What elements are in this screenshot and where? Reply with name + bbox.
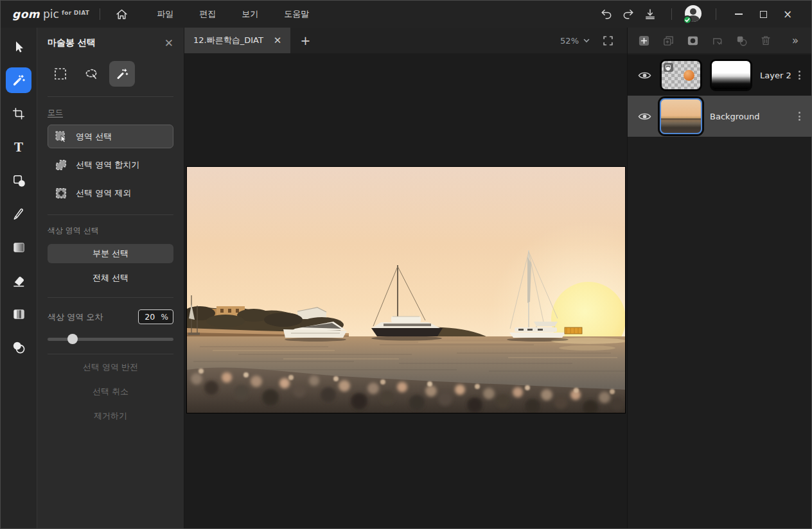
tool-rail: T bbox=[1, 28, 37, 528]
layer-menu-button[interactable] bbox=[792, 67, 806, 83]
menu-view[interactable]: 보기 bbox=[233, 4, 267, 24]
layer-mask-icon bbox=[687, 35, 699, 47]
redo-button[interactable] bbox=[617, 4, 639, 24]
tab-close-icon[interactable]: ✕ bbox=[274, 36, 282, 46]
subtract-selection-icon bbox=[54, 186, 68, 200]
mode-add-selection[interactable]: 선택 영역 합치기 bbox=[48, 153, 173, 177]
duplicate-layer-button[interactable] bbox=[660, 33, 676, 48]
crop-tool-button[interactable] bbox=[6, 101, 31, 126]
partial-select-button[interactable]: 부분 선택 bbox=[48, 244, 173, 263]
app-logo: gom pic for DIAT bbox=[12, 8, 89, 21]
sunset-photo bbox=[187, 167, 625, 413]
tolerance-value: 20 bbox=[139, 312, 161, 322]
deselect-button[interactable]: 선택 취소 bbox=[48, 380, 173, 403]
slider-track bbox=[48, 338, 173, 341]
titlebar: gom pic for DIAT 파일 편집 보기 도움말 bbox=[1, 1, 811, 28]
home-icon bbox=[115, 8, 128, 21]
download-icon bbox=[644, 8, 657, 21]
tolerance-slider[interactable] bbox=[48, 334, 173, 344]
undo-button[interactable] bbox=[596, 4, 617, 24]
new-tab-button[interactable]: + bbox=[294, 30, 316, 51]
layer-row-layer2[interactable]: Layer 2 bbox=[628, 55, 811, 96]
layer-visibility-toggle[interactable] bbox=[637, 67, 652, 83]
maximize-button[interactable] bbox=[751, 4, 775, 24]
login-status-icon bbox=[683, 15, 692, 24]
lasso-select-button[interactable] bbox=[78, 61, 104, 87]
document-tab[interactable]: 12.빠른학습_DIAT ✕ bbox=[184, 28, 290, 53]
mode-area-select[interactable]: 영역 선택 bbox=[48, 125, 173, 148]
selection-tool-group bbox=[48, 61, 173, 87]
transform-layer-icon bbox=[711, 35, 723, 47]
mode-list: 영역 선택 선택 영역 합치기 선택 영역 제외 bbox=[48, 125, 173, 205]
menu-help[interactable]: 도움말 bbox=[275, 4, 318, 24]
brush-tool-button[interactable] bbox=[6, 201, 31, 227]
layer-row-background[interactable]: Background bbox=[628, 96, 811, 137]
text-tool-icon: T bbox=[14, 139, 23, 155]
layer-mask-button[interactable] bbox=[685, 33, 700, 48]
transform-layer-button[interactable] bbox=[709, 33, 725, 48]
collapse-panel-button[interactable]: » bbox=[788, 33, 803, 48]
text-tool-button[interactable]: T bbox=[6, 134, 31, 160]
canvas-image[interactable] bbox=[187, 167, 625, 413]
tolerance-input[interactable]: 20 % bbox=[138, 309, 173, 324]
account-button[interactable] bbox=[685, 5, 703, 23]
save-export-button[interactable] bbox=[639, 4, 661, 24]
marquee-select-button[interactable] bbox=[48, 61, 73, 87]
minimize-button[interactable] bbox=[727, 4, 751, 24]
eraser-icon bbox=[12, 273, 26, 288]
zoom-dropdown[interactable]: 52% bbox=[560, 36, 590, 46]
shape-icon bbox=[12, 173, 26, 188]
divider bbox=[48, 96, 173, 97]
titlebar-divider bbox=[671, 8, 672, 20]
panel-close-icon[interactable]: ✕ bbox=[164, 38, 173, 49]
select-tool-button[interactable] bbox=[6, 34, 31, 60]
remove-button[interactable]: 제거하기 bbox=[48, 404, 173, 428]
layer-thumbnail[interactable] bbox=[660, 59, 702, 91]
color-area-section-label: 색상 영역 선택 bbox=[48, 225, 99, 236]
add-selection-icon bbox=[54, 158, 68, 172]
divider bbox=[48, 297, 173, 298]
layer-visibility-toggle[interactable] bbox=[637, 108, 652, 124]
fit-screen-button[interactable] bbox=[600, 33, 615, 48]
gradient-icon bbox=[12, 240, 26, 255]
layer-menu-button[interactable] bbox=[792, 108, 806, 125]
shape-tool-button[interactable] bbox=[6, 168, 31, 193]
duplicate-layer-icon bbox=[662, 35, 675, 47]
tolerance-unit: % bbox=[161, 313, 173, 322]
menu-file[interactable]: 파일 bbox=[148, 4, 182, 24]
home-button[interactable] bbox=[110, 4, 132, 24]
divider bbox=[48, 214, 173, 215]
merge-layer-button[interactable] bbox=[734, 33, 749, 48]
mode-subtract-selection[interactable]: 선택 영역 제외 bbox=[48, 181, 173, 205]
mode-label: 선택 영역 합치기 bbox=[76, 159, 139, 171]
shape-layer-badge-icon bbox=[664, 63, 673, 72]
app-body: T bbox=[1, 28, 811, 528]
color-blend-tool-button[interactable] bbox=[6, 334, 31, 360]
logo-suffix: for DIAT bbox=[62, 10, 89, 16]
tabbar: 12.빠른학습_DIAT ✕ + 52% bbox=[184, 28, 627, 53]
redo-icon bbox=[622, 8, 635, 21]
layer-mask-thumbnail[interactable] bbox=[710, 59, 752, 91]
magic-wand-tool-button[interactable] bbox=[6, 67, 31, 93]
divider bbox=[48, 354, 173, 354]
tab-title: 12.빠른학습_DIAT bbox=[193, 35, 263, 46]
sun-shape-preview bbox=[684, 70, 694, 81]
slider-thumb[interactable] bbox=[67, 334, 78, 344]
menu-edit[interactable]: 편집 bbox=[190, 4, 225, 24]
tolerance-label: 색상 영역 오차 bbox=[48, 311, 103, 323]
add-layer-button[interactable] bbox=[636, 33, 651, 48]
fullscreen-icon bbox=[603, 35, 613, 46]
layer-thumbnail[interactable] bbox=[660, 98, 702, 134]
canvas-workspace[interactable] bbox=[184, 53, 627, 528]
titlebar-right: × bbox=[596, 4, 800, 24]
gradient-tool-button[interactable] bbox=[6, 234, 31, 260]
eraser-tool-button[interactable] bbox=[6, 268, 31, 293]
magic-wand-select-button[interactable] bbox=[109, 61, 135, 87]
document-area: 12.빠른학습_DIAT ✕ + 52% bbox=[184, 28, 628, 528]
close-button[interactable]: × bbox=[775, 4, 800, 24]
invert-selection-button[interactable]: 선택 영역 반전 bbox=[48, 356, 173, 379]
pattern-tool-button[interactable] bbox=[6, 301, 31, 327]
full-select-button[interactable]: 전체 선택 bbox=[48, 268, 173, 288]
delete-layer-button[interactable] bbox=[758, 33, 773, 48]
zoom-level: 52% bbox=[560, 36, 579, 46]
